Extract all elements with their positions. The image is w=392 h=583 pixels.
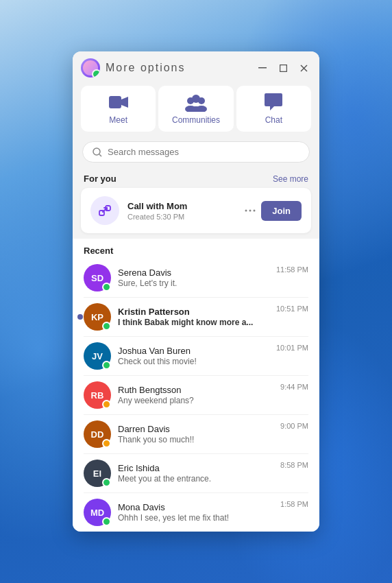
chat-name: Eric Ishida [118,463,273,473]
chat-time: 10:01 PM [276,344,308,352]
maximize-button[interactable] [275,60,291,75]
meet-button[interactable]: Meet [81,86,156,132]
call-title: Call with Mom [127,201,236,211]
svg-rect-1 [280,64,286,71]
chat-name: Mona Davis [118,502,273,512]
chat-name: Serena Davis [118,267,269,278]
chat-content: Joshua Van BurenCheck out this movie! [118,346,269,366]
chat-time: 10:51 PM [276,305,308,313]
search-input[interactable] [108,147,299,157]
communities-label: Communities [172,115,220,125]
meet-label: Meet [109,115,127,125]
avatar: KP [84,303,111,331]
title-bar-left: More options [81,58,186,78]
status-badge [102,478,111,487]
title-bar-controls [255,60,311,75]
call-time: Created 5:30 PM [127,213,236,221]
user-avatar[interactable] [81,58,100,78]
status-badge [102,517,111,526]
for-you-header: For you See more [73,169,319,188]
status-badge [102,322,111,331]
chat-item[interactable]: SDSerena DavisSure, Let's try it.11:58 P… [73,259,319,297]
svg-line-13 [99,154,101,156]
svg-rect-0 [258,67,267,69]
status-badge [102,283,111,292]
avatar: JV [84,342,111,370]
chat-time: 8:58 PM [280,461,308,469]
svg-point-18 [254,210,256,212]
chat-item[interactable]: MDMona DavisOhhh I see, yes let me fix t… [73,493,319,532]
for-you-title: For you [84,174,117,184]
svg-marker-5 [121,97,128,108]
chat-item[interactable]: DDDarren DavisThank you so much!!9:00 PM [73,415,319,453]
communities-button[interactable]: Communities [158,86,233,132]
recent-section: Recent SDSerena DavisSure, Let's try it.… [73,239,319,532]
chat-preview: Meet you at the entrance. [118,474,273,484]
chat-item[interactable]: JVJoshua Van BurenCheck out this movie!1… [73,337,319,375]
chat-preview: Thank you so much!! [118,435,273,444]
svg-point-8 [198,97,205,104]
search-area [73,139,319,169]
call-more-button[interactable] [245,209,256,212]
call-card[interactable]: Call with Mom Created 5:30 PM Join [81,188,311,233]
chat-item[interactable]: KPKristin PattersonI think Babak might k… [73,298,319,336]
chat-content: Kristin PattersonI think Babak might kno… [118,307,269,327]
search-box [82,141,310,163]
communities-icon [184,93,208,112]
svg-point-16 [245,210,247,212]
chat-time: 9:44 PM [280,383,308,391]
chat-preview: Any weekend plans? [118,396,273,405]
svg-point-17 [249,210,252,212]
chat-name: Darren Davis [118,424,273,434]
see-more-button[interactable]: See more [273,174,308,184]
status-badge [102,400,111,409]
chat-time: 9:00 PM [280,422,308,430]
svg-rect-14 [99,211,104,215]
minimize-button[interactable] [255,60,270,75]
chat-content: Mona DavisOhhh I see, yes let me fix tha… [118,502,273,523]
chat-content: Ruth BengtssonAny weekend plans? [118,385,273,405]
chat-time: 1:58 PM [280,500,308,508]
chat-preview: Sure, Let's try it. [118,278,269,288]
more-options-button[interactable]: More options [106,62,186,74]
recent-header: Recent [73,239,319,259]
chat-time: 11:58 PM [276,265,308,274]
chat-preview: I think Babak might know more a... [118,318,269,327]
svg-point-12 [93,148,100,155]
unread-indicator [77,314,83,320]
chat-item[interactable]: EIEric IshidaMeet you at the entrance.8:… [73,454,319,492]
search-icon [93,147,102,157]
status-badge [102,361,111,370]
meet-icon [106,93,131,112]
call-icon-wrap [90,196,119,225]
nav-buttons: Meet Communities Chat [73,82,319,139]
avatar: DD [84,420,111,448]
avatar: SD [84,264,111,292]
chat-content: Serena DavisSure, Let's try it. [118,267,269,288]
avatar: MD [84,499,111,526]
title-bar: More options [73,51,319,82]
chat-content: Darren DavisThank you so much!! [118,424,273,444]
chat-preview: Ohhh I see, yes let me fix that! [118,513,273,523]
status-badge [102,439,111,448]
call-actions: Join [245,201,302,221]
chat-name: Kristin Patterson [118,307,269,317]
chat-label: Chat [265,115,282,125]
chat-name: Ruth Bengtsson [118,385,273,395]
chat-list: SDSerena DavisSure, Let's try it.11:58 P… [73,259,319,532]
chat-icon [261,93,286,112]
chat-item[interactable]: RBRuth BengtssonAny weekend plans?9:44 P… [73,376,319,414]
svg-rect-4 [109,96,121,108]
app-window: More options [73,51,319,532]
join-button[interactable]: Join [261,201,302,221]
chat-preview: Check out this movie! [118,357,269,366]
avatar: EI [84,460,111,487]
link-icon [97,203,112,218]
chat-name: Joshua Van Buren [118,346,269,356]
close-button[interactable] [296,60,311,75]
call-info: Call with Mom Created 5:30 PM [127,201,236,221]
chat-content: Eric IshidaMeet you at the entrance. [118,463,273,484]
chat-button[interactable]: Chat [236,86,311,132]
avatar: RB [84,381,111,409]
